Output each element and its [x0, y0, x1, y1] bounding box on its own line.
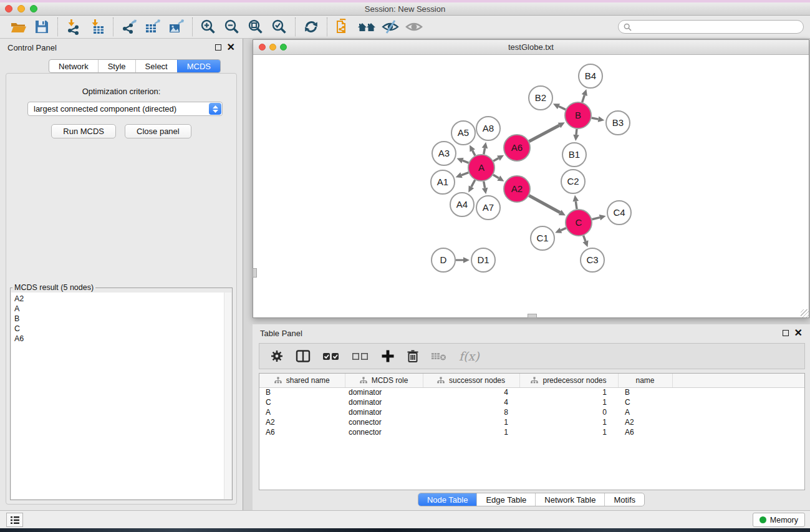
table-cell[interactable]: 8: [423, 407, 519, 417]
zoom-selected-button[interactable]: [268, 17, 291, 37]
column-header-successor-nodes[interactable]: successor nodes: [423, 374, 519, 387]
export-table-button[interactable]: [141, 17, 165, 37]
select-all-icon[interactable]: [322, 350, 340, 362]
scrollbar-track[interactable]: [224, 293, 231, 499]
table-cell[interactable]: A: [259, 407, 345, 417]
close-panel-icon[interactable]: ✕: [227, 44, 235, 51]
table-cell[interactable]: A6: [618, 427, 672, 437]
graph-edge-C-C4[interactable]: [592, 218, 600, 220]
graph-edge-A-A2[interactable]: [493, 175, 499, 178]
delete-column-icon[interactable]: [407, 349, 419, 363]
table-cell[interactable]: A2: [618, 417, 672, 427]
table-cell[interactable]: 4: [423, 387, 519, 397]
memory-button[interactable]: Memory: [753, 513, 805, 527]
table-row[interactable]: Adominator80A: [259, 407, 804, 417]
close-panel-button[interactable]: Close panel: [125, 124, 191, 138]
graph-edge-B-B3[interactable]: [592, 118, 599, 119]
table-cell[interactable]: A: [618, 407, 672, 417]
tab-style[interactable]: Style: [98, 60, 135, 72]
tab-select[interactable]: Select: [135, 60, 177, 72]
search-input[interactable]: [635, 22, 798, 32]
mcds-result-item[interactable]: A6: [14, 334, 228, 344]
mcds-result-item[interactable]: A: [14, 304, 228, 314]
graph-edge-C-C3[interactable]: [584, 236, 586, 241]
run-mcds-button[interactable]: Run MCDS: [51, 124, 116, 138]
table-cell[interactable]: C: [259, 397, 345, 407]
table-row[interactable]: A6connector11A6: [259, 427, 804, 437]
split-view-icon[interactable]: [296, 349, 311, 363]
tab-network[interactable]: Network: [49, 60, 98, 72]
table-cell[interactable]: dominator: [345, 407, 423, 417]
graph-edge-B-B4[interactable]: [582, 95, 585, 102]
graph-edge-A-A3[interactable]: [463, 160, 469, 163]
graph-edge-A2-C[interactable]: [529, 196, 560, 213]
table-settings-icon[interactable]: [270, 349, 284, 363]
graph-edge-C-C1[interactable]: [561, 228, 566, 231]
graph-edge-A-A8[interactable]: [484, 148, 485, 155]
mcds-result-item[interactable]: A2: [14, 294, 228, 304]
table-cell[interactable]: 4: [423, 397, 519, 407]
tab-node-table[interactable]: Node Table: [418, 493, 477, 506]
splitter-grip[interactable]: [528, 314, 537, 318]
export-network-button[interactable]: [117, 17, 141, 37]
criterion-select[interactable]: largest connected component (directed): [27, 102, 223, 116]
new-network-from-file-button[interactable]: [331, 17, 355, 37]
graph-edge-A6-B[interactable]: [529, 125, 559, 142]
global-search-field[interactable]: [618, 20, 804, 34]
task-history-button[interactable]: [6, 513, 23, 527]
float-panel-icon[interactable]: [783, 330, 789, 336]
deselect-all-icon[interactable]: [352, 350, 369, 362]
table-cell[interactable]: dominator: [345, 397, 423, 407]
network-canvas[interactable]: AA1A2A3A4A5A6A7A8BB1B2B3B4CC1C2C3C4DD1: [253, 55, 809, 317]
graph-edge-C-C2[interactable]: [576, 201, 577, 209]
column-header-name[interactable]: name: [618, 374, 672, 387]
table-cell[interactable]: connector: [345, 427, 423, 437]
column-header-predecessor-nodes[interactable]: predecessor nodes: [519, 374, 618, 387]
graph-edge-A-A1[interactable]: [461, 173, 468, 175]
table-cell[interactable]: dominator: [345, 387, 423, 397]
zoom-out-button[interactable]: [220, 17, 244, 37]
zoom-in-button[interactable]: [196, 17, 220, 37]
table-cell[interactable]: 1: [519, 387, 618, 397]
graph-edge-A-A6[interactable]: [493, 158, 498, 162]
table-cell[interactable]: 1: [519, 397, 618, 407]
table-cell[interactable]: 1: [423, 427, 519, 437]
table-cell[interactable]: connector: [345, 417, 423, 427]
tab-mcds[interactable]: MCDS: [177, 60, 220, 72]
table-cell[interactable]: A2: [259, 417, 345, 427]
table-cell[interactable]: 1: [519, 427, 618, 437]
table-row[interactable]: Bdominator41B: [259, 387, 804, 397]
table-cell[interactable]: C: [618, 397, 672, 407]
table-cell[interactable]: B: [259, 387, 345, 397]
float-panel-icon[interactable]: [215, 44, 221, 51]
zoom-fit-button[interactable]: [244, 17, 268, 37]
hide-eye-button[interactable]: [378, 17, 402, 37]
graph-edge-B-B2[interactable]: [559, 107, 566, 110]
mcds-result-item[interactable]: C: [14, 324, 228, 334]
graph-edge-A-A5[interactable]: [473, 150, 475, 155]
add-column-icon[interactable]: [381, 349, 395, 363]
graph-edge-B-B1[interactable]: [576, 129, 577, 135]
tab-motifs[interactable]: Motifs: [604, 493, 644, 506]
network-window-titlebar[interactable]: testGlobe.txt: [253, 40, 809, 55]
export-image-button[interactable]: [165, 17, 188, 37]
table-cell[interactable]: 0: [519, 407, 618, 417]
tab-network-table[interactable]: Network Table: [535, 493, 604, 506]
graph-edge-A-A7[interactable]: [484, 181, 485, 188]
table-row[interactable]: Cdominator41C: [259, 397, 804, 407]
table-cell[interactable]: 1: [423, 417, 519, 427]
mcds-result-item[interactable]: B: [14, 314, 228, 324]
mcds-result-list[interactable]: A2ABCA6: [11, 293, 231, 499]
show-eye-button[interactable]: [402, 17, 426, 37]
table-cell[interactable]: B: [618, 387, 672, 397]
import-network-button[interactable]: [62, 17, 85, 37]
table-row[interactable]: A2connector11A2: [259, 417, 804, 427]
import-table-button[interactable]: [85, 17, 109, 37]
open-file-button[interactable]: [6, 17, 30, 37]
graph-edge-A-A4[interactable]: [471, 180, 475, 186]
table-cell[interactable]: A6: [259, 427, 345, 437]
tab-edge-table[interactable]: Edge Table: [476, 493, 535, 506]
table-cell[interactable]: 1: [519, 417, 618, 427]
column-header-MCDS-role[interactable]: MCDS role: [345, 374, 423, 387]
save-session-button[interactable]: [30, 17, 54, 37]
